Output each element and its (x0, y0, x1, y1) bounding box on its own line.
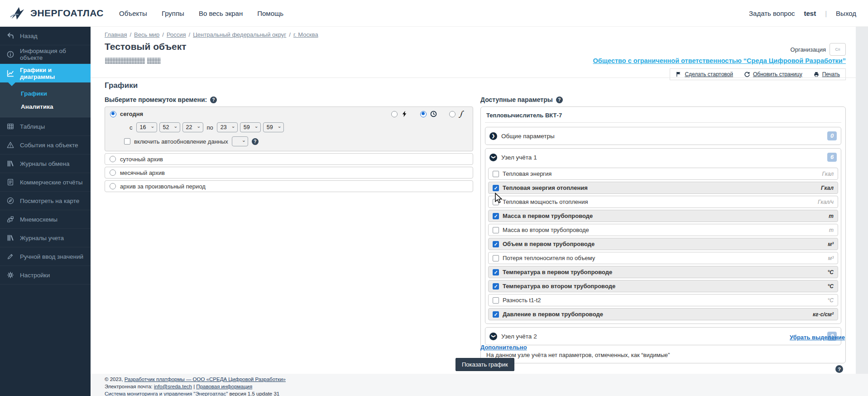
legal-link[interactable]: Правовая информация (196, 384, 252, 389)
sidebar-item-графики-и-диаграммы[interactable]: Графики и диаграммы (0, 64, 91, 82)
autoupdate-checkbox[interactable] (124, 138, 130, 145)
mode-radio[interactable] (420, 111, 427, 117)
action-link[interactable]: Сделать стартовой (685, 71, 733, 77)
param-row[interactable]: Температура в первом трубопроводе°C (488, 266, 838, 278)
books-icon (6, 159, 15, 168)
sidebar-item-посмотреть-на-карте[interactable]: Посмотреть на карте (0, 192, 91, 210)
page-title: Тестовый объект (105, 41, 187, 52)
param-checkbox[interactable] (493, 255, 499, 261)
mode-option-lightning[interactable] (391, 110, 408, 118)
param-group-header[interactable]: ❯Узел учёта 16 (485, 149, 841, 166)
sidebar-item-мнемосхемы[interactable]: Мнемосхемы (0, 210, 91, 229)
period-radio[interactable] (110, 183, 116, 189)
help-icon[interactable]: ? (252, 138, 259, 145)
sidebar-item-журналы-учета[interactable]: Журналы учета (0, 229, 91, 247)
param-row[interactable]: Тепловая мощность отопленияГкал/ч (488, 196, 838, 208)
help-icon[interactable]: ? (556, 97, 563, 103)
period-radio-today[interactable] (110, 111, 116, 117)
time-from-1-select[interactable]: 52 (159, 122, 180, 132)
ask-question-link[interactable]: Задать вопрос (749, 10, 795, 17)
param-row[interactable]: Масса во втором трубопроводет (488, 224, 838, 236)
sidebar-item-события-на-объекте[interactable]: События на объекте (0, 136, 91, 155)
header-divider (91, 77, 856, 78)
param-row[interactable]: Давление в первом трубопроводекг·с/см² (488, 308, 838, 320)
right-gutter (856, 27, 868, 374)
system-link[interactable]: Система мониторинга и управления "Энерго… (105, 391, 228, 396)
chevron-right-circle-icon: ❯ (489, 132, 497, 140)
energoatlas-logo[interactable]: ЭНЕРГОАТЛАС (9, 5, 104, 21)
sidebar-item-назад[interactable]: Назад (0, 27, 91, 45)
param-checkbox[interactable] (493, 297, 499, 304)
logout-link[interactable]: Выход (836, 10, 856, 17)
param-row[interactable]: Потеря теплоносителя по объемум³ (488, 252, 838, 264)
mode-option-integral[interactable]: ∫ (449, 110, 463, 118)
period-option-архив-за-произвольный-период[interactable]: архив за произвольный период (105, 180, 473, 192)
help-icon[interactable]: ? (835, 365, 843, 373)
param-checkbox[interactable] (493, 269, 499, 275)
mode-radio[interactable] (449, 111, 456, 117)
breadcrumb-link[interactable]: Главная (105, 31, 127, 38)
time-to-1-select[interactable]: 59 (240, 122, 261, 132)
time-from-2-select[interactable]: 22 (182, 122, 203, 132)
report-icon (6, 178, 15, 186)
mode-radio[interactable] (391, 111, 398, 117)
period-option-label: суточный архив (120, 156, 163, 163)
menu-item-помощь[interactable]: Помощь (257, 10, 283, 17)
time-to-2-select[interactable]: 59 (263, 122, 284, 132)
interval-select[interactable] (232, 136, 248, 146)
action-link[interactable]: Обновить страницу (753, 71, 802, 77)
breadcrumb-link[interactable]: Россия (167, 31, 186, 38)
param-row[interactable]: Температура во втором трубопроводе°C (488, 280, 838, 292)
table-icon (6, 122, 15, 130)
organization-link[interactable]: Общество с ограниченной ответственностью… (593, 57, 846, 64)
additional-link[interactable]: Дополнительно (480, 344, 527, 351)
param-checkbox[interactable] (493, 171, 499, 177)
action-link[interactable]: Печать (822, 71, 840, 77)
sidebar-item-настройки[interactable]: Настройки (0, 266, 91, 285)
help-icon[interactable]: ? (210, 97, 217, 103)
breadcrumb-link[interactable]: Весь мир (134, 31, 159, 38)
breadcrumb-link[interactable]: Центральный федеральный округ (193, 31, 286, 38)
param-row[interactable]: Объем в первом трубопроводем³ (488, 238, 838, 250)
clear-selection-link[interactable]: Убрать выделение (790, 334, 845, 341)
breadcrumb-link[interactable]: г. Москва (293, 31, 318, 38)
mode-option-clock[interactable] (420, 110, 437, 118)
param-checkbox[interactable] (493, 199, 499, 205)
param-row[interactable]: Разность t1-t2°C (488, 294, 838, 306)
email-link[interactable]: info@sreda.tech (154, 384, 192, 389)
param-group-header[interactable]: ❯Общие параметры0 (485, 127, 841, 145)
sidebar-item-label: Посмотреть на карте (20, 198, 79, 204)
show-chart-button[interactable]: Показать график (456, 358, 514, 371)
period-radio[interactable] (110, 156, 116, 162)
sidebar-item-ручной-ввод-значений[interactable]: Ручной ввод значений (0, 247, 91, 266)
period-radio[interactable] (110, 169, 116, 176)
param-checkbox[interactable] (493, 213, 499, 219)
sidebar-subitem-аналитика[interactable]: Аналитика (0, 100, 91, 113)
param-row[interactable]: Масса в первом трубопроводет (488, 210, 838, 222)
sidebar-item-label: Графики и диаграммы (20, 67, 86, 80)
menu-item-объекты[interactable]: Объекты (119, 10, 147, 17)
period-option-месячный-архив[interactable]: месячный архив (105, 167, 473, 179)
param-checkbox[interactable] (493, 311, 499, 318)
sidebar-item-информация-об-объекте[interactable]: Информация об объекте (0, 45, 91, 64)
period-option-today[interactable]: сегодня ∫ с 16⌄52⌄22⌄ по 23⌄59⌄59⌄ включ… (105, 106, 473, 151)
param-group-name: Узел учёта 1 (501, 154, 537, 161)
param-checkbox[interactable] (493, 185, 499, 191)
param-checkbox[interactable] (493, 283, 499, 290)
param-checkbox[interactable] (493, 241, 499, 247)
sidebar-subitem-графики[interactable]: Графики (0, 87, 91, 100)
param-row[interactable]: Тепловая энергия отопленияГкал (488, 182, 838, 194)
period-option-суточный-архив[interactable]: суточный архив (105, 153, 473, 165)
time-to-0-select[interactable]: 23 (217, 122, 238, 132)
sidebar-item-журналы-обмена[interactable]: Журналы обмена (0, 155, 91, 173)
developer-link[interactable]: Разработчик платформы — ООО «СРЕДА Цифро… (125, 377, 286, 382)
param-row[interactable]: Тепловая энергияГкал (488, 168, 838, 180)
sidebar-item-коммерческие-отчёты[interactable]: Коммерческие отчёты (0, 173, 91, 192)
menu-item-во-весь-экран[interactable]: Во весь экран (199, 10, 243, 17)
username[interactable]: test (804, 10, 816, 17)
param-checkbox[interactable] (493, 227, 499, 233)
param-group-header[interactable]: ❯Узел учёта 20 (485, 328, 841, 345)
menu-item-группы[interactable]: Группы (162, 10, 184, 17)
time-from-0-select[interactable]: 16 (136, 122, 157, 132)
sidebar-item-таблицы[interactable]: Таблицы (0, 117, 91, 136)
